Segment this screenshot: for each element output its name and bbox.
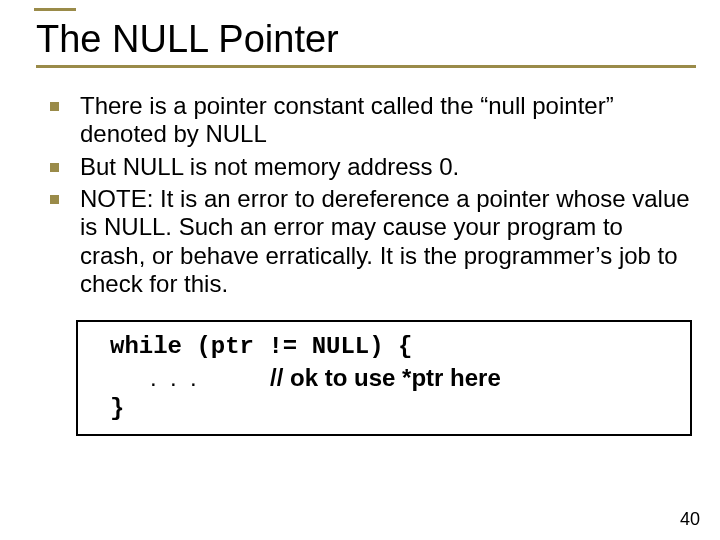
bullet-text: There is a pointer constant called the “…: [80, 92, 614, 147]
page-number: 40: [680, 509, 700, 530]
code-line: while (ptr != NULL) {: [86, 332, 682, 363]
title-underline: [36, 65, 696, 68]
slide: The NULL Pointer There is a pointer cons…: [0, 0, 720, 540]
code-dots: . . .: [110, 364, 270, 391]
bullet-text: NOTE: It is an error to dereference a po…: [80, 185, 690, 297]
title-block: The NULL Pointer: [36, 18, 696, 68]
code-line: . . . // ok to use *ptr here: [86, 363, 682, 394]
code-box: while (ptr != NULL) { . . . // ok to use…: [76, 320, 692, 436]
bullet-group-2: NOTE: It is an error to dereference a po…: [46, 185, 694, 298]
code-line: }: [86, 394, 682, 425]
title-accent: [34, 8, 76, 11]
list-item: But NULL is not memory address 0.: [46, 153, 694, 181]
bullet-text: But NULL is not memory address 0.: [80, 153, 459, 180]
slide-title: The NULL Pointer: [36, 18, 696, 65]
body: There is a pointer constant called the “…: [46, 92, 694, 436]
bullet-group-1: There is a pointer constant called the “…: [46, 92, 694, 181]
list-item: There is a pointer constant called the “…: [46, 92, 694, 149]
code-comment: // ok to use *ptr here: [270, 364, 501, 391]
list-item: NOTE: It is an error to dereference a po…: [46, 185, 694, 298]
